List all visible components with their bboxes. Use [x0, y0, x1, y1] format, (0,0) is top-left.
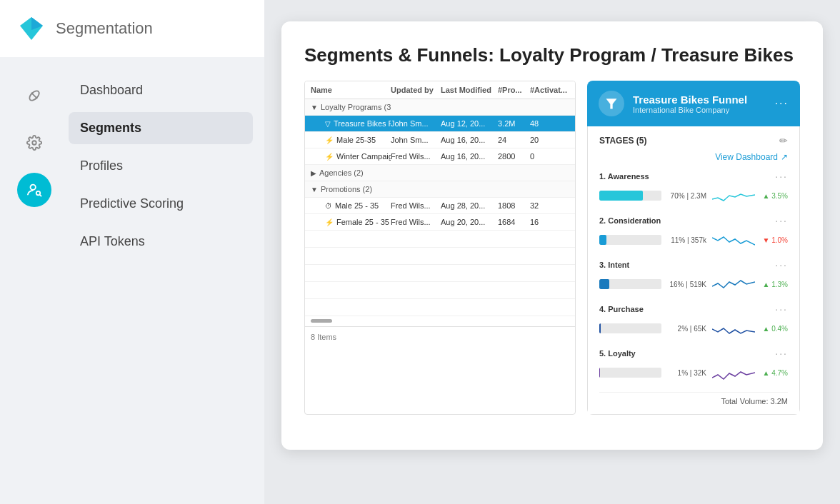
stage-intent: 3. Intent ··· 16% | 519K [599, 259, 788, 295]
icon-sidebar [11, 71, 57, 490]
table-footer: 8 Items [305, 326, 575, 347]
stage-bar-fill [599, 279, 609, 289]
table-row[interactable]: ▽ Treasure Bikes Funnel John Sm... Aug 1… [305, 116, 575, 132]
empty-row [305, 299, 575, 316]
stage-more-button[interactable]: ··· [775, 171, 788, 182]
funnel-logo-icon [599, 91, 624, 116]
lightning-icon: ⚡ [325, 153, 334, 161]
stage-bar-bg [599, 368, 661, 378]
stage-bar-fill [599, 368, 600, 378]
empty-row [305, 248, 575, 265]
pill-icon[interactable] [17, 79, 51, 113]
col-name: Name [311, 86, 391, 94]
col-modified: Last Modified [441, 86, 498, 94]
scrollbar-area[interactable] [305, 316, 575, 326]
stage-bar-bg [599, 279, 661, 289]
stage-bar-fill [599, 191, 643, 201]
stage-more-button[interactable]: ··· [775, 259, 788, 271]
chevron-down-icon: ▼ [311, 104, 318, 111]
stage-bar-bg [599, 323, 661, 333]
stage-more-button[interactable]: ··· [775, 303, 788, 315]
nav-menu: Dashboard Segments Profiles Predictive S… [69, 71, 253, 490]
chevron-right-icon: ▶ [311, 169, 316, 177]
edit-icon[interactable]: ✏ [779, 135, 788, 146]
funnel-more-button[interactable]: ··· [775, 97, 789, 110]
nav-item-predictive-scoring[interactable]: Predictive Scoring [69, 188, 253, 220]
svg-line-7 [40, 195, 41, 196]
mini-chart-awareness [712, 185, 755, 206]
table-row[interactable]: ⚡ Female 25 - 35 Fred Wils... Aug 20, 20… [305, 214, 575, 231]
stage-bar-fill [599, 235, 606, 245]
main-content: Segments & Funnels: Loyalty Program / Tr… [264, 0, 840, 504]
table-row[interactable]: ▼ Loyalty Programs (3) [305, 99, 575, 116]
funnel-title: Treasure Bikes Funnel International Bike… [633, 94, 747, 114]
nav-item-profiles[interactable]: Profiles [69, 150, 253, 182]
content-grid: Name Updated by Last Modified #Pro... #A… [304, 81, 800, 415]
funnel-body: STAGES (5) ✏ View Dashboard ↗ 1. Awarene… [587, 126, 800, 415]
table-header: Name Updated by Last Modified #Pro... #A… [305, 81, 575, 99]
total-volume: Total Volume: 3.2M [599, 392, 788, 405]
lightning-icon: ⚡ [325, 218, 334, 226]
funnel-panel: Treasure Bikes Funnel International Bike… [587, 81, 800, 415]
table-row[interactable]: ▶ Agencies (2) [305, 165, 575, 181]
empty-row [305, 231, 575, 248]
nav-item-dashboard[interactable]: Dashboard [69, 74, 253, 106]
svg-point-5 [31, 185, 36, 190]
mini-chart-loyalty [712, 362, 755, 383]
content-card: Segments & Funnels: Loyalty Program / Tr… [281, 21, 823, 450]
table-row[interactable]: ⏱ Male 25 - 35 Fred Wils... Aug 28, 20..… [305, 198, 575, 214]
mini-chart-intent [712, 273, 755, 295]
external-link-icon: ↗ [781, 152, 788, 162]
nav-area: Dashboard Segments Profiles Predictive S… [0, 57, 264, 504]
col-updated: Updated by [391, 86, 441, 94]
table-row[interactable]: ⚡ Winter Campaign Fred Wils... Aug 16, 2… [305, 148, 575, 165]
settings-icon[interactable] [17, 126, 51, 160]
chevron-down-icon: ▼ [311, 186, 318, 193]
stage-bar-bg [599, 191, 661, 201]
svg-point-4 [32, 141, 36, 145]
stages-header: STAGES (5) ✏ [599, 135, 788, 146]
table-row[interactable]: ⚡ Male 25-35 John Sm... Aug 16, 20... 24… [305, 132, 575, 148]
table-row[interactable]: ▼ Promotions (2) [305, 181, 575, 198]
mini-chart-purchase [712, 318, 755, 339]
view-dashboard-link[interactable]: View Dashboard ↗ [599, 152, 788, 162]
funnel-icon: ▽ [325, 120, 331, 128]
empty-row [305, 282, 575, 299]
stage-bar-fill [599, 323, 601, 333]
svg-point-6 [36, 191, 41, 196]
svg-line-3 [31, 93, 37, 99]
stage-more-button[interactable]: ··· [775, 215, 788, 226]
stage-purchase: 4. Purchase ··· 2% | 65K [599, 303, 788, 339]
nav-item-api-tokens[interactable]: API Tokens [69, 226, 253, 258]
stage-awareness: 1. Awareness ··· 70% | 2.3M [599, 171, 788, 206]
app-logo-icon [17, 14, 46, 43]
nav-item-segments[interactable]: Segments [69, 112, 253, 144]
app-title: Segmentation [56, 19, 153, 38]
lightning-icon: ⚡ [325, 136, 334, 144]
stage-loyalty: 5. Loyalty ··· 1% | 32K [599, 348, 788, 383]
col-activat: #Activat... [530, 86, 569, 94]
stages-label: STAGES (5) [599, 136, 646, 146]
stage-more-button[interactable]: ··· [775, 348, 788, 359]
svg-marker-8 [606, 99, 617, 109]
mini-chart-consideration [712, 229, 755, 251]
stage-consideration: 2. Consideration ··· 11% | 357k [599, 215, 788, 251]
page-title: Segments & Funnels: Loyalty Program / Tr… [304, 44, 800, 66]
segments-table: Name Updated by Last Modified #Pro... #A… [304, 81, 576, 415]
clock-icon: ⏱ [325, 202, 332, 210]
col-pro: #Pro... [498, 86, 530, 94]
person-search-icon[interactable] [17, 173, 51, 207]
funnel-header: Treasure Bikes Funnel International Bike… [587, 81, 800, 126]
empty-row [305, 265, 575, 282]
stage-bar-bg [599, 235, 661, 245]
app-header: Segmentation [0, 0, 264, 57]
